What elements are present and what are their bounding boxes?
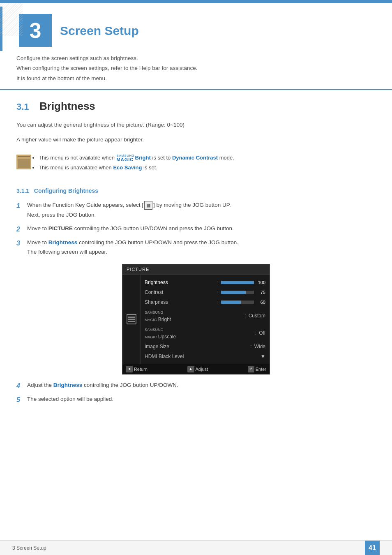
osd-value-sharpness: 60 — [221, 299, 265, 306]
osd-value-hdmi-black: ▼ — [261, 353, 265, 360]
step4-prefix: Adjust the — [27, 382, 53, 388]
osd-colon-1: : — [217, 279, 219, 286]
step-4-number: 4 — [16, 381, 27, 391]
step-3-line1: Move to Brightness controlling the JOG b… — [27, 238, 376, 247]
osd-enter-icon: ↵ — [248, 366, 254, 372]
osd-menu: PICTURE Brightness : — [122, 264, 270, 375]
note1-end: mode. — [218, 155, 234, 161]
osd-sidebar — [122, 275, 141, 364]
brightness-brighter-para: A higher value will make the picture app… — [16, 136, 376, 144]
osd-label-image-size: Image Size — [145, 343, 248, 350]
osd-colon-2: : — [217, 289, 219, 296]
top-stripe — [0, 0, 392, 3]
chapter-title: Screen Setup — [60, 21, 139, 40]
osd-body: Brightness : 100 Contrast — [122, 275, 270, 364]
osd-item-image-size: Image Size : Wide — [141, 342, 270, 352]
osd-adjust-icon: ▲ — [187, 366, 194, 372]
step-1-line1: When the Function Key Guide appears, sel… — [27, 201, 376, 210]
step4-rest: controlling the JOG button UP/DOWN. — [82, 382, 178, 388]
magic-bright-icon: SAMSUNGMAGIC — [117, 154, 135, 162]
step-5: 5 The selected option will be applied. — [16, 395, 376, 405]
step-4: 4 Adjust the Brightness controlling the … — [16, 381, 376, 391]
osd-value-contrast: 75 — [221, 289, 265, 296]
osd-screenshot: PICTURE Brightness : — [16, 264, 376, 375]
step-1-number: 1 — [16, 201, 27, 211]
osd-label-sharpness: Sharpness — [145, 298, 215, 306]
step4-brightness: Brightness — [53, 382, 83, 388]
osd-value-magic-upscale: Off — [259, 329, 265, 337]
chapter-desc-line2: When configuring the screen settings, re… — [16, 64, 376, 72]
osd-num-brightness: 100 — [256, 279, 265, 286]
osd-adjust-btn: ▲ Adjust — [187, 366, 208, 373]
step2-rest: controlling the JOG button UP/DOWN and p… — [73, 225, 234, 231]
subsection-number: 3.1.1 — [16, 187, 29, 194]
osd-label-hdmi-black: HDMI Black Level — [145, 353, 256, 360]
osd-return-btn: ◄ Return — [126, 366, 148, 373]
osd-bar-fill-sharpness — [221, 301, 241, 304]
osd-colon-3: : — [217, 298, 219, 306]
osd-num-sharpness: 60 — [256, 299, 265, 306]
osd-bar-contrast — [221, 291, 254, 294]
step-3-line2: The following screen will appear. — [27, 248, 376, 256]
note-list: This menu is not available when SAMSUNGM… — [37, 154, 234, 173]
osd-colon-4: : — [244, 312, 246, 319]
osd-item-brightness: Brightness : 100 — [141, 278, 270, 287]
osd-bar-fill-contrast — [221, 291, 246, 294]
note2-end: is set. — [142, 164, 157, 171]
step-4-line: Adjust the Brightness controlling the JO… — [27, 381, 376, 389]
note1-dynamic: Dynamic Contrast — [172, 155, 218, 161]
subsection-title: Configuring Brightness — [31, 187, 98, 194]
section-title: Brightness — [39, 98, 95, 114]
osd-label-brightness: Brightness — [145, 279, 215, 286]
osd-bar-brightness — [221, 281, 254, 284]
note1-rest: is set to — [151, 155, 172, 161]
chapter-desc-line3: It is found at the bottom of the menu. — [16, 74, 376, 83]
footer-text: 3 Screen Setup — [12, 544, 365, 552]
note-item-2: This menu is unavailable when Eco Saving… — [39, 164, 234, 172]
osd-return-label: Return — [134, 366, 148, 373]
osd-item-contrast: Contrast : 75 — [141, 287, 270, 297]
note-box: This menu is not available when SAMSUNGM… — [16, 150, 376, 178]
page-footer: 3 Screen Setup 41 — [0, 540, 392, 555]
osd-icon-line2 — [128, 319, 135, 320]
brightness-range-para: You can adjust the general brightness of… — [16, 121, 376, 129]
step3-brightness: Brightness — [48, 239, 78, 245]
step2-picture: PICTURE — [48, 225, 73, 231]
step1-rest: ] by moving the JOG button UP. — [153, 202, 231, 208]
step-2-text: Move to PICTURE controlling the JOG butt… — [27, 224, 376, 234]
note-item-1: This menu is not available when SAMSUNGM… — [39, 154, 234, 162]
osd-label-contrast: Contrast — [145, 289, 215, 296]
step-3: 3 Move to Brightness controlling the JOG… — [16, 238, 376, 258]
osd-value-brightness: 100 — [221, 279, 265, 286]
step-1-line2: Next, press the JOG button. — [27, 211, 376, 219]
note2-eco: Eco Saving — [113, 164, 142, 171]
osd-num-contrast: 75 — [256, 289, 265, 296]
osd-title: PICTURE — [122, 264, 270, 275]
subsection-heading: 3.1.1 Configuring Brightness — [16, 187, 376, 195]
osd-colon-5: : — [255, 329, 256, 337]
step-4-text: Adjust the Brightness controlling the JO… — [27, 381, 376, 391]
step3-rest: controlling the JOG button UP/DOWN and p… — [77, 239, 238, 245]
note-icon — [16, 155, 31, 169]
osd-return-icon: ◄ — [126, 366, 133, 372]
content-area: You can adjust the general brightness of… — [0, 121, 392, 405]
osd-bottom-bar: ◄ Return ▲ Adjust ↵ Enter — [122, 364, 270, 375]
osd-bar-fill-brightness — [221, 281, 254, 284]
osd-label-magic-bright: SAMSUNGMAGIC Bright — [145, 308, 242, 323]
step-1-text: When the Function Key Guide appears, sel… — [27, 201, 376, 220]
note1-prefix: This menu is not available when — [39, 155, 116, 161]
diagonal-pattern — [0, 3, 23, 36]
chapter-description: Configure the screen settings such as br… — [0, 51, 392, 83]
osd-item-hdmi-black: HDMI Black Level ▼ — [141, 352, 270, 361]
osd-item-magic-bright: SAMSUNGMAGIC Bright : Custom — [141, 307, 270, 324]
step-2-number: 2 — [16, 224, 27, 234]
osd-colon-6: : — [250, 343, 251, 350]
step-2-line: Move to PICTURE controlling the JOG butt… — [27, 224, 376, 233]
jog-icon: ▦ — [144, 201, 152, 210]
chapter-desc-line1: Configure the screen settings such as br… — [16, 54, 376, 62]
osd-enter-label: Enter — [256, 366, 266, 373]
section-heading: 3.1 Brightness — [0, 89, 392, 114]
osd-bar-sharpness — [221, 301, 254, 304]
note1-bright: Bright — [135, 155, 151, 161]
step-5-number: 5 — [16, 395, 27, 405]
